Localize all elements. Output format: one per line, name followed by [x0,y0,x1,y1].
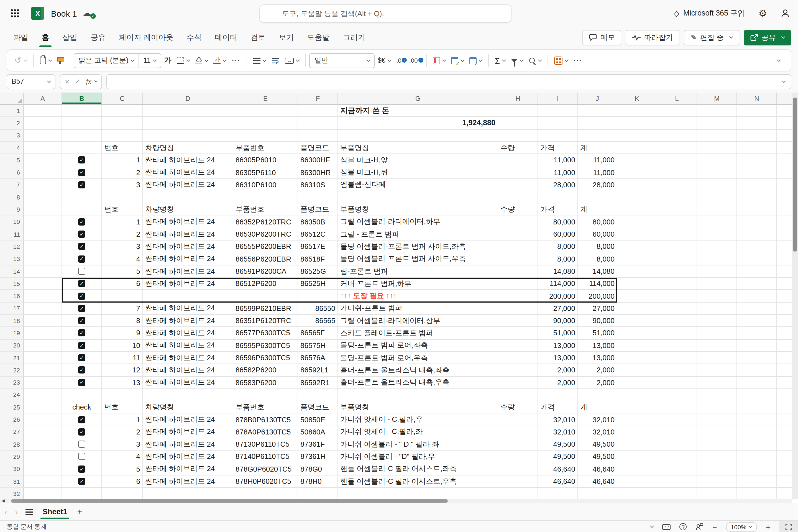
cell-L6[interactable] [657,167,697,179]
column-header-D[interactable]: D [143,93,233,105]
cell-B17[interactable]: ✓ [62,303,102,315]
row-header-1[interactable]: 1 [0,105,24,117]
cell-C16[interactable] [102,290,143,303]
cell-F13[interactable]: 86518F [298,253,338,265]
cell-20[interactable] [777,339,793,352]
zoom-out-button[interactable]: − [712,522,717,531]
cell-I24[interactable] [538,389,578,401]
cell-G19[interactable]: 스키드 플레이트-프론트 범퍼 [338,327,498,340]
cell-A32[interactable] [24,488,62,500]
cell-I4[interactable]: 가격 [538,142,578,154]
cell-C3[interactable] [102,129,143,142]
cell-G25[interactable]: 부품명칭 [338,401,498,414]
cell-E7[interactable]: 86310P6100 [233,179,298,191]
help-icon[interactable]: ? [680,523,687,530]
cell-N24[interactable] [737,389,777,401]
cell-17[interactable] [777,303,793,315]
cell-J27[interactable]: 32,010 [578,426,618,438]
cell-K14[interactable] [618,265,657,278]
tab-view[interactable]: 보기 [273,29,300,46]
cell-N23[interactable] [737,377,777,389]
cell-N9[interactable] [737,204,777,216]
checkbox-checked[interactable]: ✓ [78,478,86,485]
cell-B10[interactable]: ✓ [62,216,102,228]
cell-A13[interactable] [24,253,62,265]
undo-button[interactable]: ↺ [12,52,30,69]
cell-C27[interactable]: 2 [102,426,143,438]
cell-E20[interactable]: 86595P6300TC5 [233,339,298,352]
cell-I5[interactable]: 11,000 [538,154,578,167]
horizontal-scrollbar-thumb[interactable] [11,499,448,502]
cell-F29[interactable]: 87361H [298,451,338,463]
row-header-12[interactable]: 12 [0,241,24,253]
find-button[interactable] [526,52,544,69]
cell-J21[interactable]: 13,000 [578,352,618,364]
cell-D22[interactable]: 싼타페 하이브리드 24 [143,364,233,377]
cell-I31[interactable]: 46,640 [538,475,578,488]
cell-G18[interactable]: 그릴 어셈블리-라디에이터,상부 [338,315,498,327]
cell-A19[interactable] [24,327,62,340]
cell-H4[interactable]: 수량 [498,142,538,154]
cell-H16[interactable] [498,290,538,303]
cell-N3[interactable] [737,129,777,142]
app-launcher-waffle-icon[interactable] [7,5,23,22]
cell-A18[interactable] [24,315,62,327]
cell-K15[interactable] [618,278,657,290]
cell-L30[interactable] [657,463,697,475]
cell-A27[interactable] [24,426,62,438]
cell-K32[interactable] [618,488,657,500]
cell-A23[interactable] [24,377,62,389]
cell-C22[interactable]: 12 [102,364,143,377]
cell-G6[interactable]: 심볼 마크-H,뒤 [338,167,498,179]
cell-B6[interactable]: ✓ [62,167,102,179]
cell-J25[interactable]: 계 [578,401,618,414]
cell-D15[interactable]: 싼타페 하이브리드 24 [143,278,233,290]
cell-C7[interactable]: 3 [102,179,143,191]
cell-I6[interactable]: 11,000 [538,167,578,179]
cell-H25[interactable]: 수량 [498,401,538,414]
cell-M32[interactable] [697,488,737,500]
checkbox-checked[interactable]: ✓ [78,354,86,361]
cell-D13[interactable]: 싼타페 하이브리드 24 [143,253,233,265]
checkbox-checked[interactable]: ✓ [78,156,86,164]
row-header-14[interactable]: 14 [0,265,24,278]
cell-J8[interactable] [578,191,618,204]
tab-file[interactable]: 파일 [8,29,34,46]
cell-L14[interactable] [657,265,697,278]
cell-A6[interactable] [24,167,62,179]
cell-J14[interactable]: 14,080 [578,265,618,278]
cell-N1[interactable] [737,105,777,117]
cell-N17[interactable] [737,303,777,315]
cell-10[interactable] [777,216,793,228]
cell-N7[interactable] [737,179,777,191]
cell-styles-button[interactable] [466,52,484,69]
cell-D4[interactable]: 차량명칭 [143,142,233,154]
cell-22[interactable] [777,364,793,377]
cell-B28[interactable] [62,438,102,451]
cell-A17[interactable] [24,303,62,315]
tab-page-layout[interactable]: 페이지 레이아웃 [113,29,179,46]
select-all-corner[interactable] [0,93,24,105]
cell-J30[interactable]: 46,640 [578,463,618,475]
cell-M26[interactable] [697,414,737,426]
cell-D17[interactable]: 싼타페 하이브리드 24 [143,303,233,315]
cell-E16[interactable] [233,290,298,303]
cell-N21[interactable] [737,352,777,364]
cell-M29[interactable] [697,451,737,463]
cell-J24[interactable] [578,389,618,401]
cell-F27[interactable]: 50860A [298,426,338,438]
cell-G28[interactable]: 가니쉬 어셈블리 - " D " 필라 좌 [338,438,498,451]
cell-F22[interactable]: 86592L1 [298,364,338,377]
cell-I17[interactable]: 27,000 [538,303,578,315]
cell-J19[interactable]: 51,000 [578,327,618,340]
cell-C6[interactable]: 2 [102,167,143,179]
cell-L12[interactable] [657,241,697,253]
cell-A31[interactable] [24,475,62,488]
cell-M8[interactable] [697,191,737,204]
cell-A1[interactable] [24,105,62,117]
cell-H2[interactable] [498,117,538,130]
cell-J20[interactable]: 13,000 [578,339,618,352]
cell-M15[interactable] [697,278,737,290]
cell-I10[interactable]: 80,000 [538,216,578,228]
cell-I8[interactable] [538,191,578,204]
